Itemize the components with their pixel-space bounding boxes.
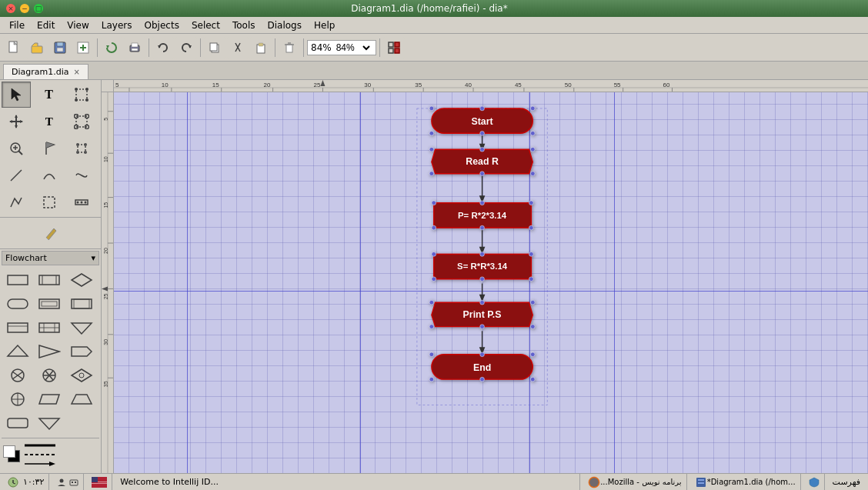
- shape-tri-down2[interactable]: [35, 412, 64, 435]
- canvas-area[interactable]: 5 10 15 20 25 30 35 40 45 50 55 60: [102, 80, 868, 473]
- svg-rect-19: [286, 45, 292, 52]
- undo-button[interactable]: [152, 37, 174, 58]
- shape-rect5[interactable]: [35, 316, 64, 339]
- minimize-button[interactable]: −: [20, 4, 29, 13]
- shape-rect-inset[interactable]: [35, 292, 64, 315]
- dash-style[interactable]: [25, 451, 55, 458]
- connect-tool-button[interactable]: [67, 189, 96, 215]
- zoom-select[interactable]: 84% 100%: [333, 42, 372, 54]
- menu-item-tools[interactable]: Tools: [226, 18, 262, 32]
- copy-button[interactable]: [204, 37, 225, 58]
- status-mozilla[interactable]: ...Mozilla - برنامه نویس: [583, 474, 686, 490]
- grid-toggle[interactable]: [383, 37, 405, 58]
- paste-button[interactable]: [250, 37, 272, 58]
- svg-text:35: 35: [415, 82, 422, 88]
- menu-item-help[interactable]: Help: [308, 18, 341, 32]
- svg-marker-30: [15, 125, 18, 128]
- shape-category-dropdown[interactable]: Flowchart ▾: [2, 251, 99, 265]
- color-fill[interactable]: [3, 445, 15, 458]
- status-lang[interactable]: [87, 474, 112, 490]
- svg-text:60: 60: [663, 82, 670, 88]
- tab-diagram1[interactable]: Diagram1.dia ×: [3, 64, 88, 79]
- save-button[interactable]: [49, 37, 71, 58]
- toolbar: 84% 84% 100%: [0, 34, 868, 62]
- svg-rect-93: [114, 80, 868, 92]
- shape-rounded-rect[interactable]: [3, 292, 32, 315]
- menu-item-edit[interactable]: Edit: [31, 18, 61, 32]
- export-button[interactable]: [72, 37, 94, 58]
- line-tool-button[interactable]: [2, 162, 31, 188]
- cut-button[interactable]: [227, 37, 249, 58]
- text2-tool-button[interactable]: T: [35, 108, 64, 135]
- crop-select-tool[interactable]: [67, 108, 96, 135]
- toolbar-separator-6: [379, 38, 380, 57]
- shape-rect[interactable]: [3, 268, 32, 292]
- shape-asterisk[interactable]: [35, 364, 64, 387]
- box-select-tool[interactable]: [67, 82, 96, 108]
- rotate-tool-button[interactable]: [67, 135, 96, 162]
- menu-item-view[interactable]: View: [61, 18, 95, 32]
- menu-item-objects[interactable]: Objects: [139, 18, 185, 32]
- svg-marker-92: [49, 462, 55, 466]
- shape-rect4[interactable]: [3, 316, 32, 339]
- menubar: FileEditViewLayersObjectsSelectToolsDial…: [0, 17, 868, 34]
- shape-tri-down[interactable]: [67, 316, 96, 339]
- svg-rect-53: [8, 275, 28, 285]
- svg-point-26: [85, 88, 88, 91]
- menu-item-dialogs[interactable]: Dialogs: [261, 18, 307, 32]
- print-button[interactable]: [124, 37, 145, 58]
- guideline-vertical-4: [614, 92, 615, 473]
- tab-close-button[interactable]: ×: [74, 68, 80, 76]
- line-style[interactable]: [25, 442, 55, 449]
- select-tool-button[interactable]: [2, 82, 31, 108]
- shape-rect2[interactable]: [35, 268, 64, 292]
- shape-tri-right[interactable]: [35, 340, 64, 363]
- toolbar-separator-3: [200, 38, 201, 57]
- delete-button[interactable]: [279, 37, 300, 58]
- curve-tool-button[interactable]: [67, 162, 96, 188]
- shape-trapezoid[interactable]: [67, 388, 96, 411]
- text-tool-button[interactable]: T: [35, 82, 64, 108]
- shape-pentagon[interactable]: [67, 340, 96, 363]
- pencil-tool-button[interactable]: [36, 220, 65, 246]
- zoom-tool-button[interactable]: [2, 135, 31, 162]
- bezier-tool-button[interactable]: [35, 189, 64, 215]
- svg-rect-202: [75, 482, 76, 483]
- shape-tri-up[interactable]: [3, 340, 32, 363]
- status-welcome: Welcome to Intellij ID...: [115, 474, 580, 490]
- flag-tool-button[interactable]: [35, 135, 64, 162]
- arrow-style[interactable]: [25, 460, 55, 468]
- open-button[interactable]: [26, 37, 48, 58]
- svg-rect-14: [210, 43, 217, 51]
- close-button[interactable]: ×: [6, 4, 15, 13]
- svg-text:30: 30: [364, 82, 371, 88]
- new-button[interactable]: [3, 37, 25, 58]
- redo-button[interactable]: [175, 37, 197, 58]
- polyline-tool-button[interactable]: [2, 189, 31, 215]
- zoom-control[interactable]: 84% 84% 100%: [307, 40, 376, 55]
- maximize-button[interactable]: □: [34, 4, 43, 13]
- menu-item-layers[interactable]: Layers: [95, 18, 139, 32]
- menu-item-select[interactable]: Select: [185, 18, 226, 32]
- arc-tool-button[interactable]: [35, 162, 64, 188]
- svg-rect-18: [259, 43, 263, 46]
- keyboard-icon: [69, 478, 78, 487]
- svg-point-43: [76, 143, 79, 146]
- move-tool-button[interactable]: [2, 108, 31, 135]
- shape-rect-round2[interactable]: [3, 412, 32, 435]
- shape-parallelogram[interactable]: [35, 388, 64, 411]
- menu-item-file[interactable]: File: [3, 18, 31, 32]
- shape-rect3[interactable]: [67, 292, 96, 315]
- svg-text:50: 50: [565, 82, 572, 88]
- refresh-button[interactable]: [101, 37, 122, 58]
- canvas-viewport[interactable]: Start Read R: [114, 92, 868, 473]
- svg-rect-206: [92, 482, 107, 484]
- shape-xmark[interactable]: [3, 364, 32, 387]
- status-diagram[interactable]: *Diagram1.dia (/hom...: [690, 474, 801, 490]
- shape-circle-cross[interactable]: [3, 388, 32, 411]
- guideline-vertical-2: [360, 92, 361, 473]
- shape-diamond2[interactable]: [67, 364, 96, 387]
- text-tool-icon: T: [45, 88, 53, 102]
- shape-diamond[interactable]: [67, 268, 96, 292]
- svg-text:30: 30: [103, 339, 108, 345]
